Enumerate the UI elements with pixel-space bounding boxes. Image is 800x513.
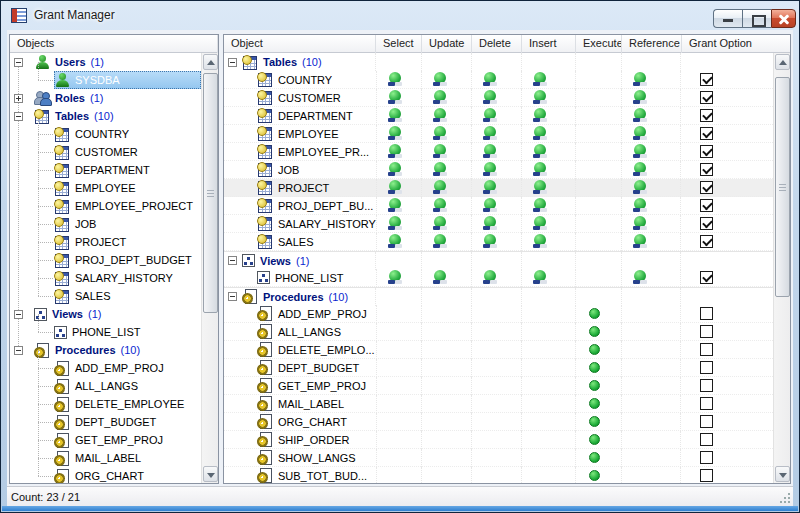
resize-grip[interactable] — [779, 492, 791, 504]
grant-option-checkbox[interactable] — [700, 235, 713, 248]
select-grant-cell[interactable] — [376, 107, 422, 125]
grant-granted-icon[interactable] — [388, 126, 403, 141]
grant-option-checkbox[interactable] — [700, 145, 713, 158]
reference-grant-cell[interactable] — [621, 269, 681, 287]
grid-row-job[interactable]: JOB — [224, 161, 773, 179]
reference-grant-cell[interactable] — [621, 161, 681, 179]
execute-grant-cell[interactable] — [575, 395, 621, 413]
delete-grant-cell[interactable] — [471, 431, 521, 449]
reference-grant-cell[interactable] — [621, 413, 681, 431]
grant-granted-icon[interactable] — [533, 234, 548, 249]
grid-row-phone_list[interactable]: PHONE_LIST — [224, 269, 773, 287]
grant-execute-icon[interactable] — [589, 380, 600, 391]
delete-grant-cell[interactable] — [471, 125, 521, 143]
execute-grant-cell[interactable] — [575, 323, 621, 341]
scroll-up-button[interactable] — [775, 54, 790, 70]
update-grant-cell[interactable] — [421, 305, 471, 323]
grant-option-checkbox[interactable] — [700, 433, 713, 446]
execute-grant-cell[interactable] — [575, 467, 621, 484]
grant-granted-icon[interactable] — [388, 108, 403, 123]
execute-grant-cell[interactable] — [575, 125, 621, 143]
grant-option-checkbox[interactable] — [700, 199, 713, 212]
grid-vertical-scrollbar[interactable] — [773, 53, 790, 483]
grant-option-checkbox[interactable] — [700, 181, 713, 194]
execute-grant-cell[interactable] — [575, 359, 621, 377]
execute-grant-cell[interactable] — [575, 179, 621, 197]
select-grant-cell[interactable] — [376, 305, 422, 323]
reference-grant-cell[interactable] — [621, 305, 681, 323]
update-grant-cell[interactable] — [421, 341, 471, 359]
grid-row-ship_order[interactable]: SHIP_ORDER — [224, 431, 773, 449]
update-grant-cell[interactable] — [421, 215, 471, 233]
grant-granted-icon[interactable] — [483, 126, 498, 141]
select-grant-cell[interactable] — [376, 449, 422, 467]
grant-granted-icon[interactable] — [633, 270, 648, 285]
update-grant-cell[interactable] — [421, 323, 471, 341]
update-grant-cell[interactable] — [421, 269, 471, 287]
insert-grant-cell[interactable] — [521, 395, 575, 413]
select-grant-cell[interactable] — [376, 431, 422, 449]
execute-grant-cell[interactable] — [575, 341, 621, 359]
grant-granted-icon[interactable] — [388, 180, 403, 195]
update-grant-cell[interactable] — [421, 197, 471, 215]
grant-granted-icon[interactable] — [633, 90, 648, 105]
tree-item-sysdba[interactable]: SYSDBA — [10, 71, 201, 89]
grant-option-checkbox[interactable] — [700, 109, 713, 122]
grant-granted-icon[interactable] — [433, 144, 448, 159]
grant-execute-icon[interactable] — [589, 416, 600, 427]
select-grant-cell[interactable] — [376, 179, 422, 197]
select-grant-cell[interactable] — [376, 215, 422, 233]
insert-grant-cell[interactable] — [521, 71, 575, 89]
grid-row-all_langs[interactable]: ALL_LANGS — [224, 323, 773, 341]
objects-column-header[interactable]: Objects — [10, 35, 218, 53]
grid-group-views[interactable]: Views(1) — [224, 251, 773, 269]
grant-granted-icon[interactable] — [388, 198, 403, 213]
grant-granted-icon[interactable] — [533, 180, 548, 195]
grant-option-checkbox[interactable] — [700, 469, 713, 482]
select-grant-cell[interactable] — [376, 359, 422, 377]
grid-row-salary_history[interactable]: SALARY_HISTORY — [224, 215, 773, 233]
delete-grant-cell[interactable] — [471, 143, 521, 161]
reference-grant-cell[interactable] — [621, 89, 681, 107]
column-header-update[interactable]: Update — [422, 35, 472, 53]
grant-granted-icon[interactable] — [533, 162, 548, 177]
grant-granted-icon[interactable] — [483, 216, 498, 231]
grant-granted-icon[interactable] — [388, 270, 403, 285]
grant-granted-icon[interactable] — [433, 270, 448, 285]
tree-item-sales[interactable]: SALES — [10, 287, 201, 305]
grant-granted-icon[interactable] — [533, 144, 548, 159]
reference-grant-cell[interactable] — [621, 215, 681, 233]
grant-granted-icon[interactable] — [533, 270, 548, 285]
maximize-button[interactable] — [742, 9, 771, 28]
grid-row-sales[interactable]: SALES — [224, 233, 773, 251]
grant-option-checkbox[interactable] — [700, 217, 713, 230]
grant-granted-icon[interactable] — [533, 90, 548, 105]
grant-option-checkbox[interactable] — [700, 325, 713, 338]
grid-row-mail_label[interactable]: MAIL_LABEL — [224, 395, 773, 413]
app-icon[interactable] — [11, 8, 27, 23]
reference-grant-cell[interactable] — [621, 395, 681, 413]
delete-grant-cell[interactable] — [471, 179, 521, 197]
grant-granted-icon[interactable] — [483, 180, 498, 195]
grant-granted-icon[interactable] — [633, 108, 648, 123]
grid-row-project[interactable]: PROJECT — [224, 179, 773, 197]
grant-granted-icon[interactable] — [483, 144, 498, 159]
grid-row-add_emp_proj[interactable]: ADD_EMP_PROJ — [224, 305, 773, 323]
grant-granted-icon[interactable] — [433, 234, 448, 249]
insert-grant-cell[interactable] — [521, 89, 575, 107]
grant-granted-icon[interactable] — [633, 216, 648, 231]
grant-granted-icon[interactable] — [483, 90, 498, 105]
delete-grant-cell[interactable] — [471, 269, 521, 287]
grid-row-employee_pr...[interactable]: EMPLOYEE_PR... — [224, 143, 773, 161]
insert-grant-cell[interactable] — [521, 179, 575, 197]
insert-grant-cell[interactable] — [521, 143, 575, 161]
grant-granted-icon[interactable] — [433, 126, 448, 141]
grid-row-dept_budget[interactable]: DEPT_BUDGET — [224, 359, 773, 377]
delete-grant-cell[interactable] — [471, 377, 521, 395]
select-grant-cell[interactable] — [376, 71, 422, 89]
grant-granted-icon[interactable] — [633, 198, 648, 213]
expander-plus-icon[interactable] — [14, 94, 23, 103]
titlebar[interactable]: Grant Manager — [1, 1, 799, 30]
delete-grant-cell[interactable] — [471, 359, 521, 377]
expander-minus-icon[interactable] — [228, 58, 237, 67]
